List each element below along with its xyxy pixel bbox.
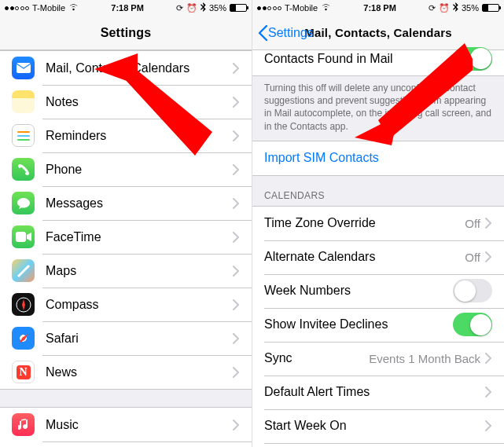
calendar-row-sync[interactable]: SyncEvents 1 Month Back: [252, 342, 504, 376]
carrier-label: T-Mobile: [32, 3, 65, 13]
chevron-right-icon: [233, 232, 240, 243]
wifi-icon: [68, 3, 79, 13]
notes-icon: [12, 90, 35, 113]
rotation-lock-icon: ⟳: [429, 3, 436, 13]
row-label: Music: [46, 418, 233, 432]
settings-row-videos[interactable]: Videos: [0, 442, 252, 447]
calendar-row-alert[interactable]: Default Alert Times: [252, 376, 504, 409]
battery-pct-label: 35%: [462, 3, 479, 13]
row-label: Reminders: [46, 129, 233, 143]
chevron-right-icon: [233, 97, 240, 108]
phone-icon: [12, 158, 35, 181]
contacts-found-switch[interactable]: [453, 47, 492, 71]
row-label: Sync: [264, 351, 369, 365]
settings-row-compass[interactable]: Compass: [0, 288, 252, 321]
mail-icon: [12, 57, 35, 79]
row-label: Maps: [46, 264, 233, 278]
calendar-row-start[interactable]: Start Week On: [252, 409, 504, 443]
settings-row-maps[interactable]: Maps: [0, 254, 252, 288]
settings-row-reminders[interactable]: Reminders: [0, 119, 252, 152]
detail-pane: T-Mobile 7:18 PM ⟳ ⏰ 35% Settings: [252, 0, 504, 447]
battery-icon: [482, 4, 499, 12]
settings-row-notes[interactable]: Notes: [0, 85, 252, 119]
settings-row-facetime[interactable]: FaceTime: [0, 220, 252, 254]
calendar-row-decl[interactable]: Show Invitee Declines: [252, 308, 504, 342]
contacts-in-mail-group: Contacts Found in Mail: [252, 41, 504, 76]
contacts-footer: Turning this off will delete any unconfi…: [252, 76, 504, 141]
nav-title: Mail, Contacts, Calendars: [304, 26, 452, 39]
contacts-found-in-mail-row[interactable]: Contacts Found in Mail: [252, 42, 504, 75]
safari-icon: [12, 327, 35, 350]
row-label: Contacts Found in Mail: [264, 52, 453, 66]
calendar-row-tz[interactable]: Time Zone OverrideOff: [252, 207, 504, 240]
settings-list: Mail, Contacts, CalendarsNotesRemindersP…: [0, 50, 252, 390]
row-label: Alternate Calendars: [264, 250, 465, 264]
row-detail: Off: [465, 217, 480, 230]
decl-switch[interactable]: [453, 313, 492, 336]
chevron-right-icon: [485, 353, 492, 364]
news-icon: N: [12, 361, 35, 383]
status-bar: T-Mobile 7:18 PM ⟳ ⏰ 35%: [252, 0, 504, 16]
chevron-right-icon: [485, 251, 492, 262]
row-label: Week Numbers: [264, 284, 453, 298]
chevron-right-icon: [485, 420, 492, 431]
chevron-right-icon: [233, 164, 240, 175]
week-switch[interactable]: [453, 279, 492, 302]
row-label: Default Alert Times: [264, 385, 485, 399]
chevron-right-icon: [233, 130, 240, 141]
status-bar: T-Mobile 7:18 PM ⟳ ⏰ 35%: [0, 0, 252, 16]
calendars-list: Time Zone OverrideOffAlternate Calendars…: [252, 206, 504, 447]
chevron-right-icon: [485, 218, 492, 229]
wifi-icon: [321, 3, 331, 13]
chevron-right-icon: [233, 420, 240, 431]
row-label: Show Invitee Declines: [264, 317, 453, 332]
alarm-icon: ⏰: [439, 3, 450, 13]
settings-pane: T-Mobile 7:18 PM ⟳ ⏰ 35% Settings Mail, …: [0, 0, 252, 447]
settings-row-messages[interactable]: Messages: [0, 186, 252, 220]
chevron-right-icon: [233, 63, 240, 74]
reminders-icon: [12, 124, 35, 147]
clock-label: 7:18 PM: [363, 3, 396, 13]
chevron-right-icon: [233, 299, 240, 310]
settings-list-media: MusicVideosPhotos & CameraiBooks: [0, 407, 252, 447]
clock-label: 7:18 PM: [111, 3, 144, 13]
settings-row-phone[interactable]: Phone: [0, 152, 252, 186]
row-label: Phone: [46, 163, 233, 177]
carrier-label: T-Mobile: [285, 3, 318, 13]
row-label: Compass: [46, 298, 233, 312]
settings-row-music[interactable]: Music: [0, 408, 252, 442]
music-icon: [12, 413, 35, 436]
alarm-icon: ⏰: [186, 3, 197, 13]
chevron-right-icon: [233, 266, 240, 277]
row-label: FaceTime: [46, 230, 233, 244]
signal-dots-icon: [5, 6, 29, 10]
settings-row-safari[interactable]: Safari: [0, 321, 252, 355]
calendars-section-header: Calendars: [252, 176, 504, 206]
import-sim-contacts-button[interactable]: Import SIM Contacts: [252, 141, 504, 175]
calendar-row-alt[interactable]: Alternate CalendarsOff: [252, 240, 504, 274]
chevron-right-icon: [233, 367, 240, 378]
settings-row-news[interactable]: NNews: [0, 355, 252, 389]
nav-title: Settings: [101, 26, 152, 40]
import-sim-group: Import SIM Contacts: [252, 141, 504, 176]
calendar-row-efound[interactable]: Events Found in Mail: [252, 443, 504, 447]
rotation-lock-icon: ⟳: [176, 3, 183, 13]
svg-rect-1: [16, 232, 26, 242]
settings-row-mail[interactable]: Mail, Contacts, Calendars: [0, 51, 252, 85]
maps-icon: [12, 259, 35, 282]
row-label: Messages: [46, 196, 233, 211]
row-detail: Events 1 Month Back: [369, 352, 480, 365]
back-label: Settings: [268, 26, 314, 40]
calendar-row-week[interactable]: Week Numbers: [252, 274, 504, 308]
facetime-icon: [12, 225, 35, 248]
signal-dots-icon: [257, 6, 281, 10]
row-label: Mail, Contacts, Calendars: [46, 61, 233, 75]
row-label: Notes: [46, 95, 233, 109]
row-label: Time Zone Override: [264, 216, 465, 230]
battery-icon: [230, 4, 247, 12]
bluetooth-icon: [200, 2, 206, 13]
row-detail: Off: [465, 251, 480, 264]
row-label: Start Week On: [264, 419, 485, 433]
bluetooth-icon: [453, 2, 458, 13]
battery-pct-label: 35%: [209, 3, 226, 13]
